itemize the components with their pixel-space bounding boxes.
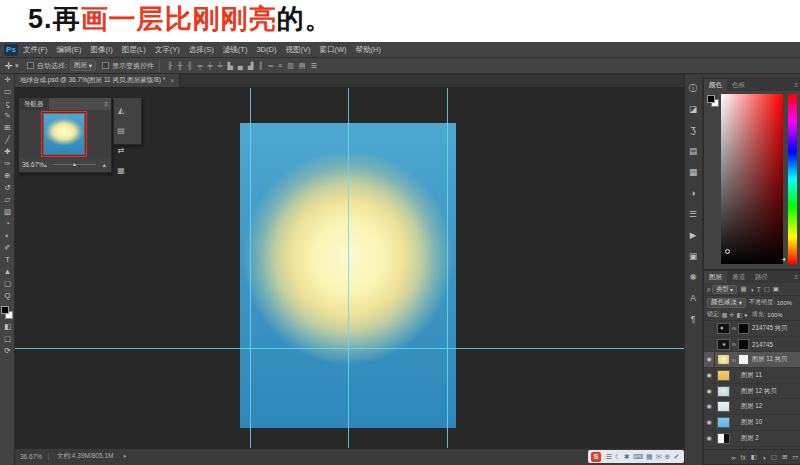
layer-thumbnail[interactable] — [717, 323, 730, 334]
tool-button[interactable]: ▱ — [0, 194, 15, 206]
visibility-eye-icon[interactable]: ◉ — [704, 384, 715, 399]
tool-button[interactable]: ▭ — [0, 86, 15, 98]
layer-row[interactable]: ◉ 图层 10 — [704, 415, 800, 431]
panel-strip-icon[interactable]: ⓘ — [685, 78, 701, 99]
tool-button[interactable]: ✑ — [0, 158, 15, 170]
filter-kind-dropdown[interactable]: 类型 ▾ — [712, 285, 737, 294]
layer-thumbnail[interactable] — [717, 370, 730, 381]
visibility-eye-icon[interactable]: ◉ — [704, 368, 715, 383]
tool-button[interactable]: Q — [0, 290, 15, 302]
filter-type-icon[interactable]: ◑ — [750, 286, 754, 293]
menu-item[interactable]: 文字(Y) — [155, 45, 180, 55]
align-icon[interactable]: ╤ — [198, 62, 203, 69]
align-icon[interactable]: ╢ — [188, 62, 193, 69]
status-zoom-value[interactable]: 36.67% — [20, 453, 49, 460]
toolbar-mode-button[interactable]: ◧ — [0, 321, 15, 333]
tool-button[interactable]: ✚ — [0, 146, 15, 158]
visibility-eye-icon[interactable]: ◉ — [704, 352, 715, 367]
panel-strip-icon[interactable]: ▤ — [685, 141, 701, 162]
align-icon[interactable]: ╟ — [168, 62, 173, 69]
menu-item[interactable]: 窗口(W) — [319, 45, 346, 55]
tool-button[interactable]: T — [0, 254, 15, 266]
collapsed-panel-icon[interactable]: ◭ — [114, 101, 128, 121]
layer-thumbnail[interactable] — [717, 386, 730, 397]
collapsed-panel-icon[interactable]: ▦ — [114, 161, 128, 181]
align-icon[interactable]: ▄ — [238, 62, 243, 69]
document-tab[interactable]: 地球合成.psd @ 36.7%(图层 11 拷贝,图层蒙版/8) * × — [15, 74, 180, 87]
visibility-eye-icon[interactable]: ◉ — [704, 399, 715, 414]
panel-strip-icon[interactable]: ▦ — [685, 162, 701, 183]
input-method-icon[interactable]: ⌨ — [633, 453, 643, 461]
menu-item[interactable]: 文件(F) — [23, 45, 48, 55]
layer-name[interactable]: 图层 12 — [741, 402, 762, 411]
guide-horizontal[interactable] — [15, 348, 684, 349]
tool-button[interactable]: ▥ — [0, 206, 15, 218]
panel-strip-icon[interactable]: ◑ — [685, 183, 701, 204]
photoshop-logo[interactable]: Ps — [4, 44, 18, 56]
align-icon[interactable]: ☰ — [310, 62, 316, 70]
status-arrow-icon[interactable]: ▸ — [123, 452, 126, 460]
align-icon[interactable]: ▤ — [299, 62, 306, 70]
tool-button[interactable]: ◐ — [0, 230, 15, 242]
panel-menu-icon[interactable]: ≡ — [794, 274, 798, 280]
navigator-zoom-slider[interactable]: ▲ — [53, 164, 96, 165]
menu-item[interactable]: 帮助(H) — [356, 45, 381, 55]
tool-button[interactable]: ϛ — [0, 98, 15, 110]
color-cursor[interactable] — [725, 249, 730, 254]
align-icon[interactable]: ╫ — [178, 62, 183, 69]
tool-button[interactable]: ✐ — [0, 242, 15, 254]
align-icon[interactable]: ≡ — [278, 62, 282, 69]
tab-paths[interactable]: 路径 — [750, 271, 773, 283]
lock-icon[interactable]: ◧ — [736, 311, 742, 318]
menu-item[interactable]: 编辑(E) — [57, 45, 82, 55]
align-icon[interactable]: ▟ — [248, 62, 253, 70]
foreground-color-swatch[interactable] — [707, 95, 715, 103]
tab-layers[interactable]: 图层 — [704, 271, 727, 283]
panel-strip-icon[interactable]: ▣ — [685, 246, 701, 267]
filter-type-icon[interactable]: ▢ — [764, 285, 770, 293]
panel-strip-icon[interactable]: ☰ — [685, 204, 701, 225]
layer-thumbnail[interactable] — [717, 433, 730, 444]
collapsed-panel-icon[interactable]: ⇄ — [114, 141, 128, 161]
menu-item[interactable]: 3D(D) — [256, 45, 276, 54]
zoom-out-icon[interactable]: ▴ — [44, 162, 47, 168]
visibility-eye-icon[interactable] — [704, 321, 715, 336]
input-method-icon[interactable]: ☾ — [615, 453, 621, 461]
layer-name[interactable]: 图层 11 — [741, 371, 762, 380]
tool-button[interactable]: ◔ — [0, 218, 15, 230]
align-icon[interactable]: ▥ — [287, 62, 294, 70]
input-method-icon[interactable]: ✉ — [656, 453, 662, 461]
tool-button[interactable]: ╱ — [0, 134, 15, 146]
slider-thumb[interactable]: ▲ — [72, 161, 77, 167]
blend-mode-dropdown[interactable]: 颜色减淡 ▾ — [707, 298, 746, 308]
align-icon[interactable]: ╧ — [217, 62, 222, 69]
tool-button[interactable]: ⊞ — [0, 122, 15, 134]
align-icon[interactable]: ║ — [258, 62, 263, 69]
layer-row[interactable]: ∞ 214745 — [704, 337, 800, 353]
tool-button[interactable]: ✎ — [0, 110, 15, 122]
guide-vertical-center[interactable] — [348, 88, 349, 448]
layer-row[interactable]: ◉ ∞ 图层 11 拷贝 — [704, 352, 800, 368]
layer-mask-thumbnail[interactable] — [738, 323, 749, 334]
layer-thumbnail[interactable] — [717, 354, 730, 365]
menu-item[interactable]: 选择(S) — [189, 45, 214, 55]
close-icon[interactable]: × — [170, 77, 174, 84]
saturation-brightness-field[interactable] — [721, 94, 783, 264]
align-icon[interactable]: ╪ — [207, 62, 212, 69]
layer-name[interactable]: 214745 — [752, 341, 773, 348]
layer-name[interactable]: 图层 2 — [741, 434, 759, 443]
lock-icon[interactable]: ● — [744, 312, 748, 318]
layer-thumbnail[interactable] — [717, 417, 730, 428]
tab-swatches[interactable]: 色板 — [727, 79, 750, 91]
layer-name[interactable]: 图层 10 — [741, 418, 762, 427]
tab-color[interactable]: 颜色 — [704, 79, 727, 91]
hue-slider[interactable] — [788, 94, 797, 264]
zoom-in-icon[interactable]: ▲ — [102, 162, 107, 168]
navigator-preview[interactable] — [43, 113, 85, 155]
input-method-icon[interactable]: ✱ — [624, 453, 630, 461]
visibility-eye-icon[interactable] — [704, 337, 715, 352]
layer-row[interactable]: ◉ 图层 2 — [704, 431, 800, 447]
layer-name[interactable]: 图层 12 拷贝 — [741, 387, 777, 396]
tool-button[interactable]: ▲ — [0, 266, 15, 278]
layer-name[interactable]: 214745 拷贝 — [752, 324, 787, 333]
